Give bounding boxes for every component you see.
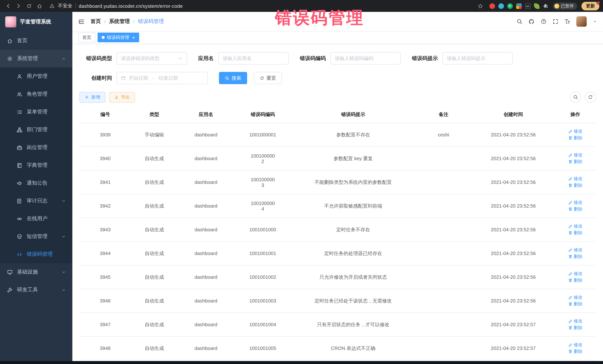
extension-grid-icon[interactable] (516, 3, 522, 9)
breadcrumb-item-system[interactable]: 系统管理 (109, 18, 130, 25)
delete-link[interactable]: 删除 (568, 230, 583, 236)
date-range-picker[interactable]: 开始日期 - 结束日期 (116, 72, 208, 84)
github-icon[interactable] (528, 18, 535, 25)
error-hint-input[interactable] (442, 52, 513, 65)
fullscreen-icon[interactable] (553, 19, 558, 24)
breadcrumb-separator: / (133, 19, 135, 24)
address-bar[interactable]: 不安全 dashboard.yudao.iocoder.cn/system/er… (45, 1, 475, 10)
export-button[interactable]: 导出 (109, 92, 135, 102)
reload-icon[interactable] (24, 1, 33, 10)
cell-actions: 修改删除 (555, 289, 596, 313)
edit-link[interactable]: 修改 (568, 271, 583, 277)
update-button[interactable]: 更新 (581, 2, 599, 10)
tab-active[interactable]: 错误码管理× (98, 33, 139, 42)
extension-v-icon[interactable]: V (507, 3, 513, 9)
caret-down-icon[interactable] (593, 19, 597, 24)
delete-link[interactable]: 删除 (568, 206, 583, 212)
sidebar-item-label: 首页 (17, 37, 27, 44)
sidebar-item[interactable]: 用户管理 (0, 67, 72, 85)
cell-time: 2021-04-20 23:52:57 (472, 336, 555, 360)
error-code-input[interactable] (330, 52, 401, 65)
profile-paused-badge[interactable]: 已暂停 (553, 2, 577, 10)
help-icon[interactable] (541, 19, 547, 24)
user-avatar[interactable] (576, 16, 587, 27)
tab-item[interactable]: 首页 (78, 33, 95, 42)
extension-teal-icon[interactable] (498, 3, 504, 9)
delete-link[interactable]: 删除 (568, 158, 583, 165)
sidebar-item[interactable]: 在线用户 (0, 210, 72, 228)
table-row: 3942自动生成dashboard100100000 4不允许获取敏感配置到前端… (79, 194, 596, 218)
browser-home-icon[interactable] (35, 1, 44, 10)
edit-link[interactable]: 修改 (568, 152, 583, 158)
sidebar-item[interactable]: 首页 (0, 32, 72, 50)
extension-red-icon[interactable] (489, 3, 495, 9)
sidebar-item[interactable]: 字典管理 (0, 156, 72, 174)
error-type-select[interactable]: 请选择错误码类型 (116, 52, 187, 65)
table-refresh-button[interactable] (585, 92, 596, 103)
sidebar-item[interactable]: 审计日志 (0, 192, 72, 210)
extensions-area: V on (489, 3, 548, 9)
delete-link[interactable]: 删除 (568, 182, 583, 188)
cell-hint: 参数配置 key 重复 (291, 147, 415, 170)
cell-remark (415, 147, 472, 170)
search-button[interactable]: 搜索 (219, 72, 247, 84)
reset-button[interactable]: 重置 (254, 72, 282, 84)
sidebar-item[interactable]: 部门管理 (0, 121, 72, 139)
online-users-icon (16, 216, 22, 221)
cell-type: 自动生成 (131, 336, 178, 360)
edit-link[interactable]: 修改 (568, 176, 583, 182)
paused-label: 已暂停 (561, 3, 574, 9)
sidebar-item[interactable]: 系统管理 (0, 50, 72, 67)
sidebar-item[interactable]: 通知公告 (0, 174, 72, 192)
forward-icon[interactable] (14, 1, 23, 10)
breadcrumb-item-home[interactable]: 首页 (91, 18, 101, 25)
cell-actions: 修改删除 (555, 170, 596, 194)
delete-link[interactable]: 删除 (568, 135, 583, 141)
delete-link[interactable]: 删除 (568, 348, 583, 354)
delete-link[interactable]: 删除 (568, 253, 583, 260)
sidebar-item[interactable]: 短信管理 (0, 228, 72, 245)
delete-link[interactable]: 删除 (568, 325, 583, 331)
sidebar-item[interactable]: 错误码管理 (0, 245, 72, 263)
table-search-button[interactable] (570, 92, 581, 103)
search-icon[interactable] (517, 19, 522, 24)
app-name-input[interactable] (218, 52, 289, 65)
delete-link[interactable]: 删除 (568, 277, 583, 283)
browser-toolbar: 不安全 dashboard.yudao.iocoder.cn/system/er… (0, 0, 603, 12)
extension-on-icon[interactable]: on (525, 3, 531, 9)
delete-link[interactable]: 删除 (568, 301, 583, 307)
font-size-icon[interactable] (564, 19, 570, 24)
edit-link[interactable]: 修改 (568, 294, 583, 301)
cell-hint: 只允许修改为开启或者关闭状态 (291, 265, 415, 289)
role-icon (16, 91, 22, 97)
sidebar-item[interactable]: 菜单管理 (0, 103, 72, 121)
extensions-puzzle-icon[interactable] (543, 3, 548, 9)
edit-link[interactable]: 修改 (568, 223, 583, 230)
sidebar-toggle-icon[interactable] (78, 18, 85, 25)
sidebar-item-label: 字典管理 (27, 162, 47, 169)
edit-link[interactable]: 修改 (568, 199, 583, 206)
cell-time: 2021-04-20 23:52:57 (472, 313, 555, 336)
error-type-label: 错误码类型 (79, 55, 112, 62)
chevron-down-icon (62, 288, 66, 292)
edit-link[interactable]: 修改 (568, 342, 583, 348)
bookmark-star-icon[interactable] (476, 1, 485, 10)
sidebar-item[interactable]: 研发工具 (0, 281, 72, 299)
edit-link[interactable]: 修改 (568, 128, 583, 134)
edit-link[interactable]: 修改 (568, 247, 583, 253)
cell-type: 自动生成 (131, 147, 178, 170)
back-icon[interactable] (4, 1, 13, 10)
add-button[interactable]: 新增 (79, 92, 105, 102)
cell-actions: 修改删除 (555, 218, 596, 242)
dictionary-icon (16, 163, 22, 168)
sidebar-item[interactable]: 基础设施 (0, 263, 72, 281)
extension-leaf-icon[interactable] (534, 3, 539, 9)
close-icon[interactable]: × (132, 35, 135, 40)
edit-link[interactable]: 修改 (568, 318, 583, 324)
code-icon (16, 252, 22, 257)
sidebar-item[interactable]: 岗位管理 (0, 139, 72, 156)
column-header: 创建时间 (472, 106, 555, 123)
sidebar-item[interactable]: 角色管理 (0, 85, 72, 103)
app-logo[interactable]: 芋道管理系统 (0, 12, 72, 32)
column-header: 备注 (415, 106, 472, 123)
